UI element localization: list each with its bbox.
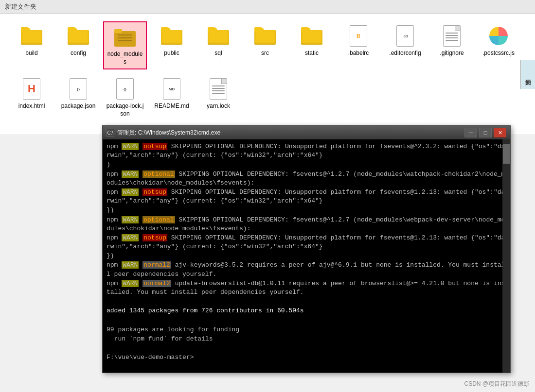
close-button[interactable]: ✕ — [494, 128, 506, 137]
cmd-titlebar: C:\ 管理员: C:\Windows\System32\cmd.exe ─ □… — [103, 126, 510, 139]
file-icon-editorconfig: .ed — [393, 24, 417, 48]
file-label-package_json: package.json — [61, 102, 96, 110]
file-icon-package_json: {} — [67, 77, 90, 101]
top-bar-title: 新建文件夹 — [5, 2, 36, 11]
cmd-line — [107, 297, 506, 306]
file-item-yarn_lock[interactable]: yarn.lock — [196, 74, 240, 120]
cmd-line: npm WARN optional SKIPPING OPTIONAL DEPE… — [107, 216, 506, 233]
svg-rect-2 — [114, 29, 122, 33]
file-item-node_modules[interactable]: node_modules — [103, 21, 147, 69]
cmd-line: run `npm fund` for details — [107, 335, 506, 343]
cmd-content: npm WARN notsup SKIPPING OPTIONAL DEPEND… — [107, 142, 506, 360]
cmd-scrollbar[interactable] — [502, 139, 510, 373]
file-icon-yarn_lock — [207, 77, 230, 101]
cmd-line: npm WARN optional SKIPPING OPTIONAL DEPE… — [107, 170, 506, 187]
file-label-babelrc: .babelrc — [348, 50, 369, 57]
cmd-controls[interactable]: ─ □ ✕ — [464, 128, 506, 137]
file-icon-config — [67, 24, 90, 48]
top-bar: 新建文件夹 — [0, 0, 535, 14]
file-label-package_lock: package-lock.json — [106, 102, 144, 118]
file-item-sql[interactable]: sql — [196, 21, 240, 69]
file-icon-node_modules — [113, 25, 137, 49]
cmd-titlebar-left: C:\ 管理员: C:\Windows\System32\cmd.exe — [107, 129, 220, 137]
cmd-line: }) — [107, 252, 506, 260]
cmd-line: npm WARN notsup SKIPPING OPTIONAL DEPEND… — [107, 188, 506, 205]
file-icon-babelrc: B — [347, 24, 370, 48]
file-item-postcssrc[interactable]: .postcssrc.js — [477, 21, 520, 69]
file-item-config[interactable]: config — [56, 21, 100, 69]
file-label-public: public — [164, 50, 179, 57]
cmd-line: }) — [107, 206, 506, 215]
file-icon-gitignore — [440, 24, 464, 48]
file-label-readme: README.md — [154, 102, 189, 110]
cmd-line: npm WARN normal2 update-browserslist-db@… — [107, 279, 506, 297]
file-label-gitignore: .gitignore — [440, 50, 464, 57]
file-icon-src — [253, 24, 277, 48]
minimize-button[interactable]: ─ — [464, 128, 477, 137]
file-icon-sql — [207, 24, 230, 48]
file-label-editorconfig: .editorconfig — [389, 50, 421, 57]
cmd-line — [107, 316, 506, 325]
cmd-line — [107, 344, 506, 353]
cmd-body: npm WARN notsup SKIPPING OPTIONAL DEPEND… — [103, 139, 510, 373]
cmd-line: npm WARN normal2 ajv-keywords@3.5.2 requ… — [107, 261, 506, 278]
file-item-gitignore[interactable]: .gitignore — [430, 21, 474, 69]
file-label-config: config — [71, 50, 86, 57]
file-label-build: build — [25, 50, 37, 57]
file-item-public[interactable]: public — [150, 21, 194, 69]
cmd-line: 99 packages are looking for funding — [107, 325, 506, 334]
cmd-line: ) — [107, 160, 506, 169]
cmd-icon: C:\ — [107, 129, 114, 136]
file-item-static[interactable]: static — [290, 21, 334, 69]
cmd-line: npm WARN notsup SKIPPING OPTIONAL DEPEND… — [107, 142, 506, 160]
cmd-line: F:\vue\vue-demo-master> — [107, 353, 506, 360]
watermark: CSDN @项目花园近德彭 — [464, 380, 529, 388]
file-icon-build — [20, 24, 43, 48]
file-label-yarn_lock: yarn.lock — [207, 102, 230, 110]
file-item-editorconfig[interactable]: .ed.editorconfig — [383, 21, 427, 69]
file-label-node_modules: node_modules — [107, 51, 143, 66]
file-item-src[interactable]: src — [243, 21, 287, 69]
file-icon-postcssrc — [487, 24, 510, 48]
file-item-index_html[interactable]: Hindex.html — [10, 74, 54, 120]
maximize-button[interactable]: □ — [479, 128, 492, 137]
cmd-line: added 1345 packages from 726 contributor… — [107, 307, 506, 315]
file-label-postcssrc: .postcssrc.js — [482, 50, 515, 57]
file-item-package_json[interactable]: {}package.json — [56, 74, 100, 120]
cmd-title: 管理员: C:\Windows\System32\cmd.exe — [117, 129, 220, 137]
file-icon-public — [160, 24, 183, 48]
file-icon-index_html: H — [20, 77, 43, 101]
file-explorer: buildconfig node_modulespublicsqlsrcstat… — [0, 14, 535, 135]
file-label-sql: sql — [214, 50, 222, 57]
file-item-build[interactable]: build — [10, 21, 54, 69]
scrollbar-thumb[interactable] — [503, 144, 510, 164]
file-label-src: src — [261, 50, 269, 57]
file-icon-package_lock: {} — [113, 77, 137, 101]
cmd-line: npm WARN notsup SKIPPING OPTIONAL DEPEND… — [107, 234, 506, 251]
file-item-babelrc[interactable]: B.babelrc — [337, 21, 380, 69]
file-item-readme[interactable]: MDREADME.md — [150, 74, 194, 120]
file-label-static: static — [305, 50, 319, 57]
file-item-package_lock[interactable]: {}package-lock.json — [103, 74, 147, 120]
file-icon-readme: MD — [160, 77, 183, 101]
right-label: 的文件 — [520, 60, 535, 89]
file-label-index_html: index.html — [18, 102, 45, 110]
cmd-window: C:\ 管理员: C:\Windows\System32\cmd.exe ─ □… — [102, 125, 511, 373]
file-icon-static — [300, 24, 323, 48]
